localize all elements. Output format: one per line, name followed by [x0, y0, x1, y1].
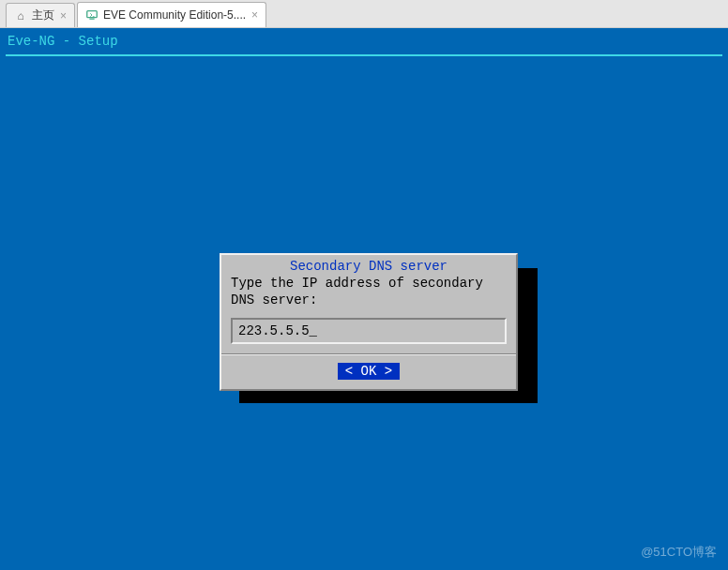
console-area: Eve-NG - Setup Secondary DNS server Type…	[0, 28, 728, 570]
close-icon[interactable]: ×	[60, 9, 67, 22]
dialog-title: Secondary DNS server	[231, 259, 507, 274]
console-title: Eve-NG - Setup	[0, 28, 728, 54]
dialog-prompt: Type the IP address of secondary DNS ser…	[231, 276, 507, 308]
svg-rect-1	[89, 19, 94, 20]
console-divider	[6, 54, 722, 56]
tab-vm[interactable]: EVE Community Edition-5.... ×	[77, 2, 266, 27]
close-icon[interactable]: ×	[251, 8, 258, 22]
ok-button[interactable]: < OK >	[338, 363, 400, 380]
watermark: @51CTO博客	[641, 544, 717, 561]
tab-home[interactable]: ⌂ 主页 ×	[6, 3, 75, 27]
svg-rect-0	[87, 11, 98, 18]
home-icon: ⌂	[14, 9, 27, 22]
dns-input[interactable]: 223.5.5.5_	[231, 318, 507, 344]
tab-label: 主页	[32, 8, 54, 23]
tab-bar: ⌂ 主页 × EVE Community Edition-5.... ×	[0, 0, 728, 28]
dns-dialog: Secondary DNS server Type the IP address…	[220, 253, 518, 391]
vm-icon	[85, 8, 99, 22]
tab-label: EVE Community Edition-5....	[103, 8, 246, 22]
